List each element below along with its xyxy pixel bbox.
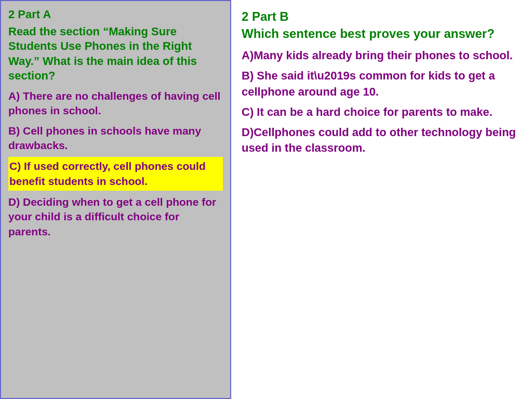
option-d-text: Deciding when to get a cell phone for yo… xyxy=(8,196,216,237)
right-option-c[interactable]: C) It can be a hard choice for parents t… xyxy=(242,104,522,121)
option-c-text: If used correctly, cell phones could ben… xyxy=(9,160,206,187)
right-option-c-letter: C) xyxy=(242,105,254,118)
option-a-text: There are no challenges of having cell p… xyxy=(8,90,220,116)
right-option-b[interactable]: B) She said it\u2019s common for kids to… xyxy=(242,68,522,100)
option-a-letter: A) xyxy=(8,90,20,102)
option-b-letter: B) xyxy=(8,125,20,137)
left-question: Read the section “Making Sure Students U… xyxy=(8,24,223,84)
right-part-label: 2 Part B xyxy=(242,8,522,24)
right-option-c-text: It can be a hard choice for parents to m… xyxy=(254,105,493,118)
option-d[interactable]: D) Deciding when to get a cell phone for… xyxy=(8,194,223,240)
right-option-a-text: Many kids already bring their phones to … xyxy=(254,49,513,62)
left-part-label: 2 Part A xyxy=(8,7,223,22)
option-c-letter: C) xyxy=(9,160,21,172)
option-b[interactable]: B) Cell phones in schools have many draw… xyxy=(8,123,223,154)
option-c[interactable]: C) If used correctly, cell phones could … xyxy=(8,157,223,191)
left-panel: 2 Part A Read the section “Making Sure S… xyxy=(0,0,231,399)
right-option-d-text: Cellphones could add to other technology… xyxy=(242,126,516,155)
right-option-a[interactable]: A)Many kids already bring their phones t… xyxy=(242,48,522,64)
option-a[interactable]: A) There are no challenges of having cel… xyxy=(8,88,223,119)
right-option-d-letter: D) xyxy=(242,126,254,139)
option-b-text: Cell phones in schools have many drawbac… xyxy=(8,125,201,151)
right-option-b-text: She said it\u2019s common for kids to ge… xyxy=(242,69,495,98)
right-panel: 2 Part B Which sentence best proves your… xyxy=(231,0,532,399)
right-option-b-letter: B) xyxy=(242,69,254,82)
right-question: Which sentence best proves your answer? xyxy=(242,25,522,42)
right-option-a-letter: A) xyxy=(242,49,254,62)
option-d-letter: D) xyxy=(8,196,20,208)
right-option-d[interactable]: D)Cellphones could add to other technolo… xyxy=(242,125,522,157)
